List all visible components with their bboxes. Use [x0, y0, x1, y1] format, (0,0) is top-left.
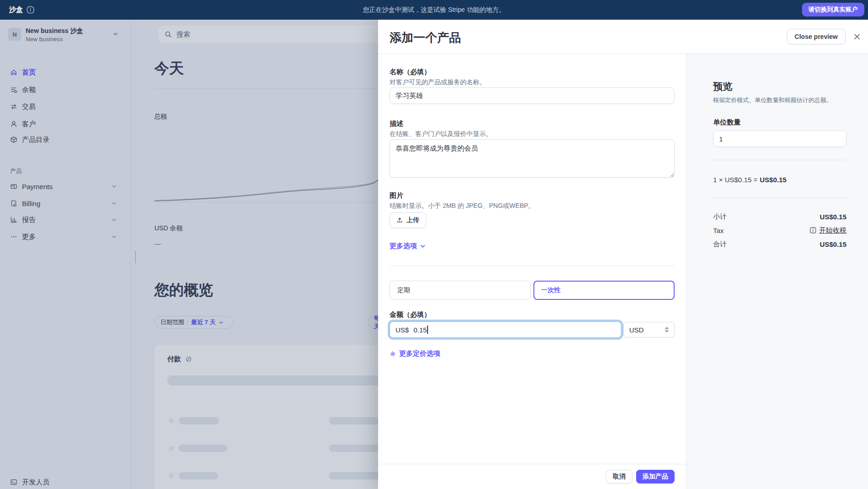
stripe-dashboard: N New business 沙盒 New business 首页 余额 交易 … — [0, 0, 868, 489]
divider — [713, 160, 846, 160]
switch-to-live-button[interactable]: 请切换到真实账户 — [802, 3, 864, 16]
recurring-tab[interactable]: 定期 — [390, 281, 531, 300]
description-help: 在结账、客户门户以及报价中显示。 — [390, 130, 492, 138]
text-cursor — [427, 326, 428, 334]
subtotal-row: 小计 US$0.15 — [713, 210, 846, 223]
amount-input[interactable]: US$ 0.15 — [390, 321, 621, 338]
close-icon[interactable] — [852, 32, 862, 41]
currency-prefix: US$ — [396, 326, 409, 334]
preview-title: 预览 — [713, 80, 732, 93]
cancel-button[interactable]: 取消 — [606, 470, 632, 484]
divider — [390, 266, 675, 266]
currency-select[interactable]: USD — [623, 322, 675, 337]
divider — [713, 197, 846, 198]
quantity-label: 单位数量 — [713, 118, 741, 127]
more-options-link[interactable]: 更多选项 — [390, 242, 426, 250]
chevron-down-icon — [420, 243, 426, 249]
description-label: 描述 — [390, 120, 403, 128]
info-icon[interactable] — [27, 6, 34, 14]
tax-row: Tax 开始收税 — [713, 223, 846, 237]
image-label: 图片 — [390, 191, 403, 200]
sandbox-message: 您正在沙盒中测试，这是试验 Stripe 功能的地方。 — [0, 0, 868, 20]
upload-button[interactable]: 上传 — [390, 212, 426, 228]
add-product-button[interactable]: 添加产品 — [636, 470, 675, 484]
gear-icon — [390, 351, 396, 357]
drawer-header: 添加一个产品 Close preview — [378, 20, 868, 54]
image-help: 结账时显示。小于 2MB 的 JPEG、PNG或WEBP。 — [390, 202, 535, 210]
close-preview-button[interactable]: Close preview — [787, 29, 846, 44]
upload-icon — [396, 217, 403, 223]
drawer-footer: 取消 添加产品 — [378, 464, 686, 489]
collect-tax-link[interactable]: 开始收税 — [810, 226, 846, 235]
total-row: 合计 US$0.15 — [713, 237, 846, 251]
preview-panel: 预览 根据定价模式、单位数量和税额估计的总额。 单位数量 1 × US$0.15… — [686, 54, 868, 489]
preview-subtitle: 根据定价模式、单位数量和税额估计的总额。 — [713, 96, 832, 104]
amount-label: 金额（必填） — [390, 310, 431, 319]
name-input[interactable] — [390, 87, 675, 104]
add-product-drawer: 添加一个产品 Close preview 名称（必填） 对客户可见的产品或服务的… — [378, 20, 868, 489]
more-pricing-options-link[interactable]: 更多定价选项 — [390, 349, 440, 358]
description-textarea[interactable]: 恭喜您即将成为尊贵的会员 — [390, 139, 675, 178]
info-icon — [810, 227, 816, 234]
totals: 小计 US$0.15 Tax 开始收税 合计 US$0.15 — [713, 210, 846, 251]
pricing-type-toggle: 定期 一次性 — [390, 281, 675, 300]
product-form: 名称（必填） 对客户可见的产品或服务的名称。 描述 在结账、客户门户以及报价中显… — [378, 54, 686, 489]
select-arrows-icon — [664, 326, 670, 333]
equation-total: US$0.15 — [760, 176, 786, 184]
amount-row: US$ 0.15 USD — [390, 321, 675, 338]
price-equation: 1 × US$0.15 =US$0.15 — [713, 176, 786, 184]
drawer-title: 添加一个产品 — [390, 30, 461, 46]
name-label: 名称（必填） — [390, 68, 431, 76]
one-time-tab[interactable]: 一次性 — [533, 281, 675, 300]
name-help: 对客户可见的产品或服务的名称。 — [390, 78, 486, 87]
sandbox-badge: 沙盒 — [9, 5, 23, 14]
amount-value: 0.15 — [413, 326, 427, 334]
quantity-input[interactable] — [713, 130, 846, 147]
sandbox-banner: 沙盒 您正在沙盒中测试，这是试验 Stripe 功能的地方。 请切换到真实账户 — [0, 0, 868, 20]
